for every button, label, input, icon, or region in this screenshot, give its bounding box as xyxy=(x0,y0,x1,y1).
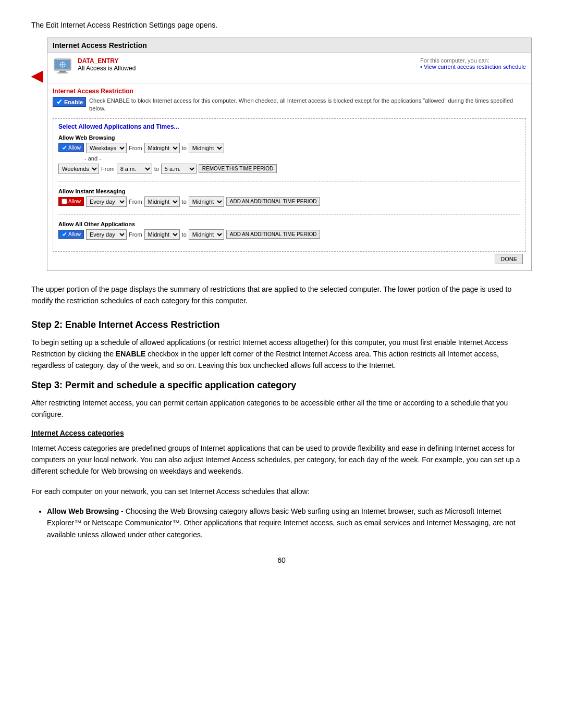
allow-label-other: Allow xyxy=(68,231,81,237)
iar-header-right: For this computer, you can: • View curre… xyxy=(420,57,526,70)
category-web-browsing: Allow Web Browsing Allow Weekdays Weeken… xyxy=(58,134,520,182)
to-label-2: to xyxy=(154,166,159,172)
data-entry-label: DATA_ENTRY xyxy=(78,57,415,65)
svg-rect-3 xyxy=(57,72,68,73)
done-button[interactable]: DONE xyxy=(495,254,523,264)
schedule-row-im: Allow Every day Weekdays Weekends From M… xyxy=(58,196,520,207)
intro-text: The Edit Internet Access Restriction Set… xyxy=(31,21,532,29)
allow-checkbox-other[interactable] xyxy=(62,231,67,237)
from-time-other[interactable]: Midnight xyxy=(144,229,180,240)
list-item-web-browsing: Allow Web Browsing - Choosing the Web Br… xyxy=(47,505,532,540)
svg-rect-2 xyxy=(59,71,66,72)
to-time-im[interactable]: Midnight xyxy=(189,196,224,207)
for-computer-label: For this computer, you can: xyxy=(420,57,526,64)
step2-body: To begin setting up a schedule of allowe… xyxy=(31,337,532,372)
iar-box: Internet Access Restriction DATA_ENTRY xyxy=(47,38,532,271)
iar-header: DATA_ENTRY All Access is Allowed For thi… xyxy=(47,53,531,83)
category-other-title: Allow All Other Applications xyxy=(58,221,520,227)
to-time-web-1[interactable]: Midnight 5 a.m. xyxy=(189,143,224,153)
from-label-1: From xyxy=(129,145,142,151)
category-web-title: Allow Web Browsing xyxy=(58,134,520,141)
categories-intro: Internet Access categories are predefine… xyxy=(31,442,532,477)
day-select-web-2[interactable]: Weekends Weekdays Every day xyxy=(58,164,99,174)
enable-checkbox[interactable] xyxy=(56,98,63,105)
from-label-im: From xyxy=(129,199,142,205)
day-select-other[interactable]: Every day Weekdays Weekends xyxy=(86,229,127,240)
categories-subheading: Internet Access categories xyxy=(31,429,532,437)
restriction-label: Internet Access Restriction xyxy=(53,88,526,95)
allow-checkbox-web-1[interactable] xyxy=(62,145,67,151)
iar-header-info: DATA_ENTRY All Access is Allowed xyxy=(78,57,415,72)
iar-title: Internet Access Restriction xyxy=(47,38,531,53)
select-allowed-title: Select Allowed Applications and Times... xyxy=(58,123,520,130)
done-row: DONE xyxy=(53,252,526,266)
to-label-im: to xyxy=(182,199,187,205)
schedule-row-1: Allow Weekdays Weekends Every day From M… xyxy=(58,143,520,153)
step3-heading: Step 3: Permit and schedule a specific a… xyxy=(31,380,532,391)
category-im-title: Allow Instant Messaging xyxy=(58,188,520,194)
iar-body: Internet Access Restriction Enable Check… xyxy=(47,83,531,270)
summary-text: The upper portion of the page displays t… xyxy=(31,283,532,307)
categories-bullet-list: Allow Web Browsing - Choosing the Web Br… xyxy=(47,505,532,540)
day-select-web-1[interactable]: Weekdays Weekends Every day xyxy=(86,143,127,153)
day-select-im[interactable]: Every day Weekdays Weekends xyxy=(86,196,127,207)
internet-access-categories-section: Internet Access categories Internet Acce… xyxy=(31,429,532,541)
category-all-other: Allow All Other Applications Allow Every… xyxy=(58,221,520,247)
from-time-im[interactable]: Midnight xyxy=(144,196,180,207)
step3-body: After restricting Internet access, you c… xyxy=(31,397,532,421)
select-allowed-box: Select Allowed Applications and Times...… xyxy=(53,118,526,252)
from-label-2: From xyxy=(101,166,115,172)
iar-section: ◀ Internet Access Restriction DATA_ENTRY xyxy=(31,38,532,283)
and-label: - and - xyxy=(84,155,520,162)
from-time-web-2[interactable]: 8 a.m. Midnight xyxy=(117,164,152,174)
view-restriction-link[interactable]: • View current access restriction schedu… xyxy=(420,64,526,70)
to-time-other[interactable]: Midnight xyxy=(189,229,224,240)
page-number: 60 xyxy=(31,556,532,564)
remove-time-period-btn[interactable]: REMOVE THIS TIME PERIOD xyxy=(199,164,277,173)
add-time-period-btn-other[interactable]: ADD AN ADDITIONAL TIME PERIOD xyxy=(226,230,321,239)
schedule-row-other: Allow Every day Weekdays Weekends From M… xyxy=(58,229,520,240)
allow-btn-web-1[interactable]: Allow xyxy=(58,143,84,152)
to-time-web-2[interactable]: 5 a.m. Midnight xyxy=(161,164,197,174)
enable-label: Enable xyxy=(64,99,83,105)
to-label-other: to xyxy=(182,231,187,238)
allow-label-im: Allow xyxy=(68,199,81,204)
allow-btn-other[interactable]: Allow xyxy=(58,230,84,239)
access-status: All Access is Allowed xyxy=(78,65,415,72)
step2-heading: Step 2: Enable Internet Access Restricti… xyxy=(31,319,532,330)
enable-description: Check ENABLE to block Internet access fo… xyxy=(89,97,526,113)
allow-label: Allow xyxy=(68,145,81,151)
to-label-1: to xyxy=(182,145,187,151)
allow-checkbox-im[interactable] xyxy=(62,199,67,204)
from-time-web-1[interactable]: Midnight 8 a.m. xyxy=(144,143,180,153)
for-each-text: For each computer on your network, you c… xyxy=(31,486,532,497)
schedule-row-2: Weekends Weekdays Every day From 8 a.m. … xyxy=(58,164,520,174)
add-time-period-btn-im[interactable]: ADD AN ADDITIONAL TIME PERIOD xyxy=(226,197,321,206)
bullet-bold-web: Allow Web Browsing xyxy=(47,507,119,515)
allow-btn-im[interactable]: Allow xyxy=(58,197,84,206)
from-label-other: From xyxy=(129,231,142,238)
arrow-indicator-icon: ◀ xyxy=(31,69,43,83)
category-instant-messaging: Allow Instant Messaging Allow Every day … xyxy=(58,188,520,215)
computer-icon xyxy=(53,57,72,79)
enable-button[interactable]: Enable xyxy=(53,97,86,107)
enable-row: Enable Check ENABLE to block Internet ac… xyxy=(53,97,526,113)
